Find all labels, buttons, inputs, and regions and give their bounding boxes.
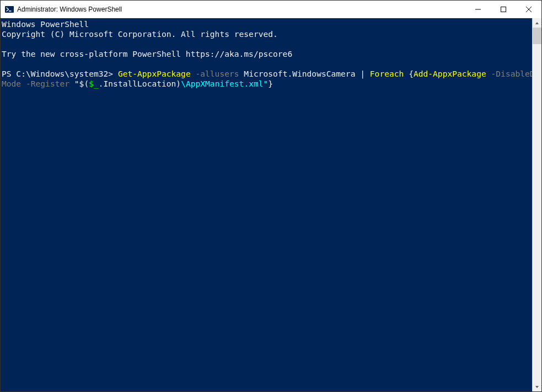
window-controls — [465, 1, 541, 18]
cmdlet: Foreach — [370, 69, 404, 78]
cmdlet: Get-AppxPackage — [118, 69, 191, 78]
svg-rect-0 — [5, 6, 14, 13]
scroll-thumb[interactable] — [533, 28, 541, 44]
titlebar[interactable]: Administrator: Windows PowerShell — [1, 1, 541, 18]
paren-close: ) — [176, 79, 181, 88]
scroll-up-button[interactable] — [533, 18, 541, 28]
parameter-cont: Mode — [2, 79, 21, 88]
variable: $_ — [89, 79, 99, 88]
window-title: Administrator: Windows PowerShell — [17, 6, 122, 13]
pipe: | — [360, 69, 365, 78]
output-line: Copyright (C) Microsoft Corporation. All… — [2, 29, 278, 39]
powershell-icon — [5, 5, 14, 14]
maximize-button[interactable] — [491, 1, 516, 18]
parameter: -DisableDevelopment — [491, 69, 532, 78]
terminal-output[interactable]: Windows PowerShell Copyright (C) Microso… — [1, 18, 532, 391]
string-path: \AppXManifest.xml" — [181, 79, 268, 88]
vertical-scrollbar[interactable] — [532, 18, 541, 391]
output-line: Try the new cross-platform PowerShell ht… — [2, 49, 292, 58]
string-start: "$( — [74, 79, 89, 88]
cmdlet: Add-AppxPackage — [414, 69, 486, 78]
parameter: -Register — [26, 79, 69, 88]
prompt-text: PS C:\Windows\system32> — [2, 69, 118, 78]
property: .InstallLocation — [99, 79, 176, 88]
brace-close: } — [268, 79, 273, 88]
svg-rect-3 — [501, 7, 506, 12]
argument: Microsoft.WindowsCamera — [244, 69, 355, 78]
scroll-track[interactable] — [533, 28, 541, 382]
minimize-button[interactable] — [465, 1, 491, 18]
parameter: -allusers — [195, 69, 239, 78]
close-button[interactable] — [516, 1, 541, 18]
terminal-area: Windows PowerShell Copyright (C) Microso… — [1, 18, 541, 391]
brace: { — [409, 69, 414, 78]
scroll-down-button[interactable] — [533, 382, 541, 391]
output-line: Windows PowerShell — [2, 19, 89, 29]
powershell-window: Administrator: Windows PowerShell Window… — [0, 0, 542, 392]
